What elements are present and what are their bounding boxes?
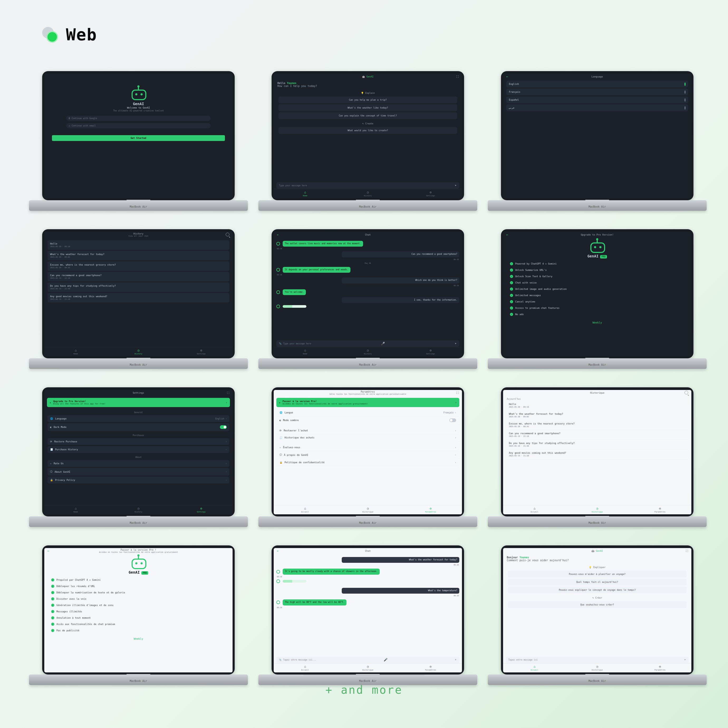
tab-history[interactable]: ◷Historique <box>566 505 628 514</box>
tab-settings[interactable]: ⚙Settings <box>399 347 462 356</box>
suggestion-button[interactable]: What's the weather like today? <box>279 104 457 111</box>
suggestion-button[interactable]: Quel temps fait-il aujourd'hui? <box>508 579 687 586</box>
suggestion-button[interactable]: What would you like to create? <box>279 127 457 134</box>
upgrade-banner[interactable]: ★Upgrade to Pro Version!Enjoy all the fe… <box>47 398 230 407</box>
settings-about[interactable]: ⓘAbout GenAI› <box>48 468 229 476</box>
history-item[interactable]: Can you recommend a good smartphone?2025… <box>48 272 229 281</box>
back-button[interactable]: ← <box>48 549 49 553</box>
language-option[interactable]: Français <box>506 89 688 95</box>
tab-settings[interactable]: ⚙Paramètres <box>399 664 462 672</box>
settings-darkmode[interactable]: ◐Mode sombre <box>277 416 459 424</box>
get-started-button[interactable]: Get Started <box>52 135 225 141</box>
back-button[interactable]: ← <box>277 549 279 553</box>
toggle-on[interactable] <box>220 425 227 429</box>
history-item[interactable]: Can you recommend a good smartphone?2025… <box>506 430 688 440</box>
language-option[interactable]: Español <box>506 96 688 103</box>
send-icon[interactable]: ➤ <box>455 342 457 346</box>
expand-icon[interactable]: ⛶ <box>457 392 459 394</box>
expand-icon[interactable]: ⛶ <box>227 392 229 394</box>
attach-icon[interactable]: 📎 <box>279 659 282 661</box>
back-button[interactable]: ← <box>506 233 508 237</box>
message-input[interactable]: Tapez votre message ici➤ <box>506 657 689 663</box>
suggestion-button[interactable]: Can you explain the concept of time trav… <box>279 112 457 119</box>
settings-rate[interactable]: ☆Évaluez-nous› <box>277 444 459 451</box>
history-item[interactable]: Hello2025-05-20 · 09:10 <box>506 401 688 410</box>
settings-privacy[interactable]: 🔒Politique de confidentialité› <box>277 459 459 466</box>
tab-home[interactable]: ⌂Home <box>274 347 336 356</box>
history-item[interactable]: Any good movies coming out this weekend?… <box>48 293 229 303</box>
tab-home[interactable]: ⌂Accueil <box>503 505 566 514</box>
settings-about[interactable]: ⓘÀ propos de GenAI› <box>277 451 459 459</box>
feature-item: ✓Accès aux fonctionnalités de chat premi… <box>51 621 226 627</box>
settings-darkmode[interactable]: ◐Dark Mode <box>48 423 229 431</box>
lightbulb-icon: 💡 <box>589 566 592 569</box>
tab-settings[interactable]: ⚙Paramètres <box>399 505 462 514</box>
settings-restore[interactable]: ⟳Restaurer l'achat› <box>277 427 459 434</box>
attach-icon[interactable]: 📎 <box>279 343 282 345</box>
settings-privacy[interactable]: 🔒Privacy Policy› <box>48 477 229 483</box>
history-item[interactable]: Hello2025-05-20 · 09:10 <box>48 240 229 250</box>
settings-rate[interactable]: ☆Rate Us› <box>48 460 229 467</box>
tagline-text: The ultimate AI-powered creative toolset <box>113 110 164 112</box>
suggestion-button[interactable]: Pouvez-vous m'aider à planifier un voyag… <box>508 571 687 578</box>
lightbulb-icon: 💡 <box>361 92 364 94</box>
expand-icon[interactable]: ⛶ <box>457 75 459 78</box>
tab-home[interactable]: ⌂Accueil <box>274 505 336 514</box>
message-input[interactable]: 📎Tapez votre message ici...🎤➤ <box>276 657 459 663</box>
history-item[interactable]: Do you have any tips for studying effect… <box>506 440 688 450</box>
send-icon[interactable]: ➤ <box>684 658 686 662</box>
settings-purchase-history[interactable]: 🧾Purchase History› <box>48 446 229 453</box>
tab-settings[interactable]: ⚙Settings <box>170 505 233 514</box>
send-icon[interactable]: ➤ <box>455 184 457 187</box>
settings-restore[interactable]: ⟳Restore Purchase› <box>48 438 229 445</box>
tab-home[interactable]: ⌂Accueil <box>274 664 336 672</box>
tab-history[interactable]: ◷History <box>107 347 170 356</box>
history-item[interactable]: Any good movies coming out this weekend?… <box>506 450 688 459</box>
user-message: I see, thanks for the information. <box>342 297 459 303</box>
history-item[interactable]: Excuse me, where is the nearest grocery … <box>506 420 688 430</box>
message-input[interactable]: 📎Type your message here🎤➤ <box>276 340 459 347</box>
tab-history[interactable]: ◷History <box>107 505 170 514</box>
plan-weekly-button[interactable]: Weekly <box>510 321 685 324</box>
tab-settings[interactable]: ⚙Settings <box>170 347 233 356</box>
search-icon[interactable] <box>226 232 229 237</box>
mic-icon[interactable]: 🎤 <box>381 342 385 346</box>
tab-settings[interactable]: ⚙Paramètres <box>628 505 691 514</box>
mic-icon[interactable]: 🎤 <box>384 658 388 662</box>
suggestion-button[interactable]: Pouvez-vous expliquer le concept de voya… <box>508 587 687 593</box>
history-item[interactable]: What's the weather forecast for today?20… <box>48 251 229 260</box>
tab-home[interactable]: ⌂Home <box>274 189 336 198</box>
message-input[interactable]: Type your message here➤ <box>276 182 459 189</box>
tab-settings[interactable]: ⚙Settings <box>399 189 462 198</box>
plan-weekly-button[interactable]: Weekly <box>51 637 226 640</box>
back-button[interactable]: ← <box>506 75 508 78</box>
tab-home[interactable]: ⌂Home <box>44 347 107 356</box>
back-button[interactable]: ← <box>277 233 279 237</box>
suggestion-button[interactable]: Can you help me plan a trip? <box>279 96 457 103</box>
continue-email-button[interactable]: ✉Continue with email <box>66 123 211 128</box>
language-option[interactable]: عربي <box>506 104 688 111</box>
toggle-off[interactable] <box>449 418 456 422</box>
expand-icon[interactable]: ⛶ <box>686 550 688 552</box>
tab-settings[interactable]: ⚙Paramètres <box>628 664 691 672</box>
settings-language[interactable]: 🌐LanguageEnglish › <box>48 415 229 422</box>
history-item[interactable]: Excuse me, where is the nearest grocery … <box>48 262 229 271</box>
tab-history[interactable]: ◷Historique <box>566 664 628 672</box>
tab-home[interactable]: ⌂Home <box>44 505 107 514</box>
tab-history[interactable]: ◷Historique <box>336 664 399 672</box>
upgrade-banner[interactable]: ★Passer à la version Pro!Accédez en tout… <box>276 398 459 407</box>
continue-google-button[interactable]: GContinue with Google <box>66 116 211 121</box>
history-item[interactable]: Do you have any tips for studying effect… <box>48 283 229 292</box>
pencil-icon: ✎ <box>593 596 594 599</box>
tab-history[interactable]: ◷History <box>336 347 399 356</box>
tab-home[interactable]: ⌂Accueil <box>503 664 566 672</box>
tab-history[interactable]: ◷Historique <box>336 505 399 514</box>
settings-language[interactable]: 🌐LangueFrançais › <box>277 409 459 416</box>
suggestion-button[interactable]: Que souhaitez-vous créer? <box>508 601 687 608</box>
tab-history[interactable]: ◷History <box>336 189 399 198</box>
settings-purchase-history[interactable]: 🧾Historique des achats› <box>277 434 459 441</box>
send-icon[interactable]: ➤ <box>455 658 457 662</box>
language-option[interactable]: English <box>506 81 688 87</box>
search-icon[interactable] <box>685 391 688 395</box>
history-item[interactable]: What's the weather forecast for today?20… <box>506 410 688 420</box>
